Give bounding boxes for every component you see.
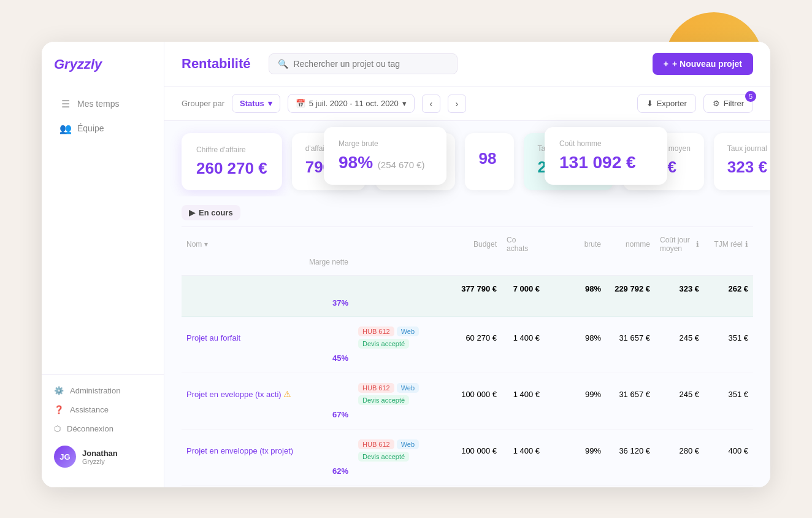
- group-toggle-en-cours[interactable]: ▶ En cours: [182, 205, 240, 220]
- kpi-cjm[interactable]: Coût jour moyen 300 €: [623, 133, 704, 190]
- kpi-tj2-value: 323 €: [727, 158, 767, 177]
- kpi-tjr-value: 275 €: [537, 158, 599, 177]
- deconnexion-icon: ⬡: [54, 424, 61, 433]
- deconnexion-label: Déconnexion: [67, 424, 113, 433]
- row-tags-2: HUB 612 Web Devis accepté: [353, 381, 453, 408]
- new-project-label: + Nouveau projet: [672, 59, 742, 69]
- summary-tjm-reel: 262 €: [704, 282, 753, 296]
- tag-web: Web: [397, 383, 419, 393]
- kpi-tj2-label: Taux journal: [727, 144, 767, 153]
- row-cjm-3: 280 €: [655, 444, 704, 458]
- th-marge-nette: Marge nette: [182, 255, 353, 269]
- row-marge-1: 45%: [182, 351, 353, 365]
- th-nom[interactable]: Nom ▾: [182, 233, 353, 255]
- export-button[interactable]: ⬇ Exporter: [637, 94, 696, 113]
- row-budget-2: 100 000 €: [453, 387, 502, 401]
- sidebar-item-assistance[interactable]: ❓ Assistance: [42, 400, 164, 419]
- kpi-tj2[interactable]: Taux journal 323 €: [714, 133, 770, 190]
- tag-web: Web: [397, 439, 419, 449]
- row-budget-1: 60 270 €: [453, 331, 502, 345]
- tag-devis: Devis accepté: [358, 339, 409, 349]
- app-logo: Gryzzly: [54, 56, 102, 72]
- sidebar-label-mes-temps: Mes temps: [77, 99, 119, 109]
- row-brute-3: 99%: [545, 444, 606, 458]
- row-marge-2: 67%: [182, 408, 353, 422]
- summary-nomme: 229 792 €: [606, 282, 655, 296]
- row-nom-2: Projet en eveloppe (tx acti) ⚠: [182, 387, 353, 401]
- group-toggle-icon: ▶: [189, 208, 195, 217]
- filter-label: Filtrer: [724, 99, 744, 108]
- administration-label: Administration: [70, 386, 120, 395]
- summary-nom: [182, 282, 353, 296]
- kpi-cjm-label: Coût jour moyen: [637, 144, 691, 153]
- avatar: JG: [54, 446, 76, 468]
- kpi-area: Chiffre d'affaire 260 270 € d'affaire 79…: [164, 121, 770, 196]
- group-label-en-cours: En cours: [199, 208, 233, 217]
- sidebar-item-equipe[interactable]: 👥 Équipe: [48, 117, 158, 140]
- th-tjm-reel: TJM réel ℹ: [704, 233, 753, 255]
- th-tags: [353, 233, 453, 255]
- row-nomme-1: 31 657 €: [606, 331, 655, 345]
- filter-badge: 5: [745, 91, 756, 102]
- table-row: Projet en enveloppe (tx projet) HUB 612 …: [182, 430, 753, 486]
- chevron-down-icon-date: ▾: [402, 99, 407, 108]
- th-brute: brute: [545, 233, 606, 255]
- kpi-achats-value: 7 000 €: [389, 158, 442, 177]
- next-button[interactable]: ›: [448, 95, 466, 113]
- row-tjm-1: 351 €: [704, 331, 753, 345]
- kpi-tjr[interactable]: Taux journalier réel 275 €: [524, 133, 613, 190]
- date-range-button[interactable]: 📅 5 juil. 2020 - 11 oct. 2020 ▾: [288, 94, 415, 113]
- sidebar-item-deconnexion[interactable]: ⬡ Déconnexion: [42, 419, 164, 438]
- kpi-nb[interactable]: 98: [465, 133, 514, 190]
- table-area: ▶ En cours Nom ▾ Budget Co achats brute …: [164, 196, 770, 487]
- kpi-nb-value: 98: [478, 149, 500, 168]
- status-filter-button[interactable]: Status ▾: [232, 94, 280, 113]
- info-icon-tjm[interactable]: ℹ: [745, 240, 748, 249]
- kpi-ca-value: 260 270 €: [196, 159, 267, 178]
- status-label: Status: [240, 99, 264, 108]
- tag-hub: HUB 612: [358, 327, 394, 336]
- toolbar: Grouper par Status ▾ 📅 5 juil. 2020 - 11…: [164, 87, 770, 121]
- row-brute-1: 98%: [545, 331, 606, 345]
- summary-budget: 377 790 €: [453, 282, 502, 296]
- user-details: Jonathan Gryzzly: [82, 449, 118, 465]
- export-icon: ⬇: [646, 99, 653, 108]
- filter-button[interactable]: ⚙ Filtrer 5: [703, 94, 753, 113]
- kpi-tjr-label: Taux journalier réel: [537, 144, 599, 153]
- assistance-label: Assistance: [70, 405, 109, 414]
- summary-cout-jour-moyen: 323 €: [655, 282, 704, 296]
- table-row: Projet en eveloppe (tx acti) ⚠ HUB 612 W…: [182, 373, 753, 430]
- sidebar-item-administration[interactable]: ⚙️ Administration: [42, 381, 164, 400]
- new-project-button[interactable]: + + Nouveau projet: [653, 53, 753, 75]
- kpi-row: Chiffre d'affaire 260 270 € d'affaire 79…: [164, 121, 770, 196]
- user-info: JG Jonathan Gryzzly: [42, 438, 164, 475]
- info-icon-cjm[interactable]: ℹ: [696, 240, 699, 249]
- tag-devis: Devis accepté: [358, 452, 409, 462]
- tag-devis: Devis accepté: [358, 395, 409, 405]
- project-link-3[interactable]: Projet en enveloppe (tx projet): [186, 446, 293, 455]
- header: Rentabilité 🔍 + + Nouveau projet: [164, 42, 770, 87]
- kpi-ca[interactable]: Chiffre d'affaire 260 270 €: [182, 133, 282, 190]
- summary-row: 377 790 € 7 000 € 98% 229 792 € 323 € 26…: [182, 276, 753, 317]
- summary-marge-nette: 37%: [182, 296, 353, 310]
- calendar-icon: 📅: [296, 99, 305, 108]
- kpi-achats[interactable]: Achats 7 000 €: [375, 133, 456, 190]
- filter-icon: ⚙: [713, 99, 720, 108]
- group-by-label: Grouper par: [182, 99, 224, 108]
- equipe-icon: 👥: [60, 123, 71, 134]
- kpi-ca2[interactable]: d'affaire 790 €: [292, 133, 366, 190]
- tag-web: Web: [397, 327, 419, 336]
- search-bar[interactable]: 🔍: [269, 53, 458, 74]
- sidebar-nav: ☰ Mes temps 👥 Équipe: [42, 85, 164, 374]
- project-link-1[interactable]: Projet au forfait: [186, 333, 240, 342]
- kpi-achats-label: Achats: [389, 144, 442, 153]
- table-header: Nom ▾ Budget Co achats brute nomme Coût …: [182, 227, 753, 276]
- project-link-2[interactable]: Projet en eveloppe (tx acti): [186, 390, 282, 399]
- prev-button[interactable]: ‹: [422, 95, 440, 113]
- sidebar-item-mes-temps[interactable]: ☰ Mes temps: [48, 92, 158, 115]
- user-company: Gryzzly: [82, 458, 118, 465]
- search-input[interactable]: [293, 59, 448, 69]
- row-tjm-2: 351 €: [704, 387, 753, 401]
- user-name: Jonathan: [82, 449, 118, 458]
- warning-icon: ⚠: [283, 389, 291, 399]
